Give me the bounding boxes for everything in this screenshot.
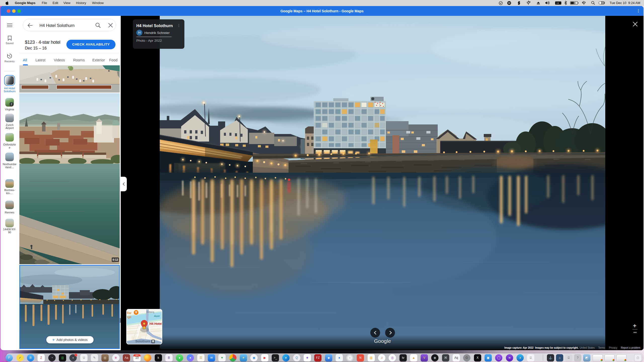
svg-text:Solothurn: Solothurn [135, 340, 150, 343]
svg-text:H4 Hotel: H4 Hotel [149, 322, 162, 326]
svg-text:nge: nge [126, 315, 131, 319]
svg-text:Ritterq: Ritterq [146, 310, 154, 313]
svg-text:Bar: Bar [127, 311, 132, 315]
svg-text:Aare: Aare [154, 314, 160, 318]
svg-text:⌂x: ⌂x [556, 2, 559, 4]
